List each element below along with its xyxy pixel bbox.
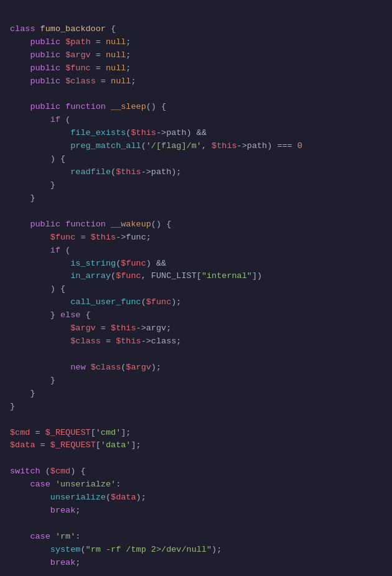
code-token: public	[10, 50, 65, 60]
code-token: () {	[151, 220, 171, 229]
code-token: }	[10, 180, 55, 190]
code-token: __sleep	[111, 102, 146, 111]
code-token: $this	[131, 128, 156, 137]
code-token: $class	[65, 77, 96, 86]
code-line	[0, 205, 392, 218]
code-line: $data = $_REQUEST['data'];	[0, 439, 392, 452]
code-line: public function __wakeup() {	[0, 218, 392, 231]
code-token: $func	[65, 63, 91, 73]
code-token: (	[40, 467, 50, 476]
code-token: 'cmd'	[96, 428, 121, 437]
code-token: in_array	[70, 271, 111, 281]
code-token: 'rm'	[55, 532, 75, 541]
code-line: public $class = null;	[0, 75, 392, 88]
code-line: readfile($this->path);	[0, 166, 392, 179]
code-token: unserialize	[50, 493, 106, 502]
code-token: public	[10, 37, 65, 47]
code-token: () {	[146, 102, 166, 111]
code-token: , FUNC_LIST[	[141, 271, 202, 281]
code-token: (	[106, 493, 111, 502]
code-token: }	[10, 389, 35, 398]
code-token	[10, 337, 70, 346]
code-token	[10, 259, 70, 268]
code-token: is_string	[70, 259, 116, 268]
code-line: class fumo_backdoor {	[0, 23, 392, 36]
code-token: ;	[126, 63, 131, 73]
code-line: file_exists($this->path) &&	[0, 127, 392, 140]
code-token: if	[10, 115, 60, 124]
code-token: );	[212, 545, 222, 554]
code-line: break;	[0, 557, 392, 570]
code-token: $class	[91, 363, 121, 372]
code-token: 0	[297, 141, 302, 151]
code-line: case 'unserialze':	[0, 478, 392, 491]
code-line: }	[0, 179, 392, 192]
code-editor: class fumo_backdoor { public $path = nul…	[0, 6, 392, 576]
code-line: public $argv = null;	[0, 49, 392, 62]
code-token: ->path) &&	[156, 128, 207, 137]
code-token: (	[60, 246, 70, 255]
code-line: public $func = null;	[0, 62, 392, 75]
code-line: if (	[0, 114, 392, 127]
code-token: "rm -rf /tmp 2>/dev/null"	[86, 545, 212, 554]
code-token: $data	[111, 493, 136, 502]
code-line	[0, 348, 392, 361]
code-token: $func	[146, 297, 172, 307]
code-token: public	[10, 77, 65, 86]
code-token: }	[10, 193, 35, 203]
code-line: ) {	[0, 153, 392, 166]
code-token	[10, 323, 70, 333]
code-token: call_user_func	[70, 297, 141, 307]
code-token: else	[60, 310, 80, 320]
code-token: ->path) ===	[237, 141, 297, 151]
code-token: (	[141, 141, 146, 151]
code-token: ;	[126, 50, 131, 60]
code-token	[10, 297, 70, 307]
code-token: $_REQUEST	[45, 428, 91, 437]
code-token: =	[30, 428, 45, 437]
code-token: null	[106, 63, 126, 73]
code-token	[10, 480, 30, 489]
code-token: public	[10, 220, 65, 229]
code-token: $func	[121, 259, 146, 268]
code-line: system("rm -rf /tmp 2>/dev/null");	[0, 544, 392, 557]
code-token: );	[136, 493, 146, 502]
code-token: ->func;	[116, 233, 151, 242]
code-token: $func	[50, 233, 76, 242]
code-token: ) {	[70, 467, 85, 476]
code-token: $this	[116, 167, 141, 177]
code-line: public function __sleep() {	[0, 101, 392, 114]
code-token: =	[101, 337, 116, 346]
code-token	[10, 532, 30, 541]
code-token: (	[111, 271, 116, 281]
code-token: =	[91, 63, 106, 73]
code-token: ->argv;	[136, 323, 172, 333]
code-token: function	[65, 102, 111, 111]
code-line: ) {	[0, 283, 392, 296]
code-token	[10, 558, 50, 567]
code-token: "internal"	[202, 271, 252, 281]
code-line: case 'rm':	[0, 531, 392, 544]
code-token: null	[106, 50, 126, 60]
code-line	[0, 452, 392, 465]
code-token: (	[80, 545, 85, 554]
code-token: break	[50, 506, 76, 515]
code-token: $this	[116, 337, 141, 346]
code-token: 'unserialze'	[55, 480, 116, 489]
code-line: call_user_func($func);	[0, 296, 392, 309]
code-token: :	[75, 532, 80, 541]
code-token	[10, 233, 50, 242]
code-token: $this	[91, 233, 116, 242]
code-token: public	[10, 102, 65, 111]
code-token: function	[65, 220, 111, 229]
code-token: =	[96, 323, 111, 333]
code-line: }	[0, 401, 392, 414]
code-token: ];	[121, 428, 131, 437]
code-token	[50, 480, 55, 489]
code-line	[0, 570, 392, 576]
code-line: }	[0, 388, 392, 401]
code-token: class	[10, 24, 40, 34]
code-line	[0, 518, 392, 531]
code-token: ];	[131, 440, 141, 450]
code-token: case	[30, 532, 50, 541]
